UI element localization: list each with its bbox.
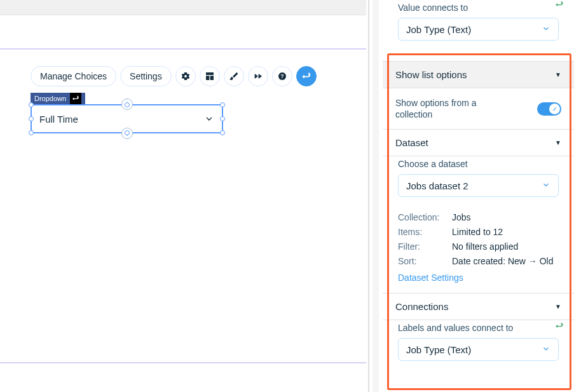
chevron-down-icon [204,114,214,124]
resize-handle-ml[interactable] [29,116,34,121]
collection-key: Collection: [398,212,452,222]
help-icon-button[interactable]: ? [272,66,292,86]
caret-down-icon: ▼ [555,71,561,78]
value-connects-value: Job Type (Text) [406,24,471,35]
value-connects-select[interactable]: Job Type (Text) [398,18,559,41]
items-value: Limited to 12 [452,227,559,237]
connections-header[interactable]: Connections ▼ [383,293,574,320]
resize-handle-bl[interactable] [29,130,34,135]
canvas-topbar [0,0,366,15]
gear-icon-button[interactable] [175,66,196,86]
field-connected-icon [555,321,564,332]
labels-values-connect-label: Labels and values connect to [398,323,559,333]
field-connected-icon [555,0,564,11]
paint-icon [229,71,239,81]
dataset-title: Dataset [395,137,428,148]
canvas-region: Manage Choices Settings ? Dropdown Ful [0,0,366,392]
choose-dataset-select[interactable]: Jobs dataset 2 [398,174,559,197]
labels-values-connect-value: Job Type (Text) [406,344,471,355]
resize-handle-mr[interactable] [220,116,225,121]
show-from-collection-row: Show options from a collection ✓ [383,88,574,129]
animation-icon-button[interactable] [248,66,268,86]
collection-value: Jobs [452,212,559,222]
motion-icon [253,71,263,81]
resize-handle-tr[interactable] [220,102,225,107]
chevron-down-icon [542,180,550,191]
element-tag-label: Dropdown [34,95,66,102]
gear-icon [181,71,191,81]
chevron-down-icon [542,24,550,35]
svg-text:?: ? [280,73,284,79]
choose-dataset-value: Jobs dataset 2 [406,180,468,191]
dataset-header[interactable]: Dataset ▼ [383,129,574,156]
settings-button[interactable]: Settings [120,66,172,86]
filter-value: No filters applied [452,241,559,252]
items-key: Items: [398,227,452,237]
properties-panel: Value connects to Job Type (Text) Show l… [383,0,574,392]
filter-key: Filter: [398,241,452,252]
caret-down-icon: ▼ [555,139,561,146]
show-from-collection-label: Show options from a collection [395,97,497,120]
show-list-options-header[interactable]: Show list options ▼ [383,61,574,88]
connections-title: Connections [395,301,448,312]
manage-choices-button[interactable]: Manage Choices [31,66,116,86]
canvas-guide-bottom [0,362,366,363]
resize-handle-bm[interactable] [125,130,130,135]
data-binding-indicator-icon [70,93,81,104]
dataset-settings-link[interactable]: Dataset Settings [398,273,463,283]
labels-values-connect-select[interactable]: Job Type (Text) [398,338,559,361]
canvas-guide-top [0,48,366,50]
data-link-icon [301,71,311,81]
resize-handle-br[interactable] [220,130,225,135]
show-from-collection-toggle[interactable]: ✓ [537,102,561,116]
dropdown-element[interactable]: Dropdown Full Time [31,93,223,133]
layout-icon [205,71,215,81]
value-connects-label: Value connects to [398,3,559,13]
chevron-down-icon [542,344,550,355]
data-link-icon-button[interactable] [296,66,317,86]
layout-icon-button[interactable] [200,66,220,86]
help-icon: ? [277,71,287,81]
resize-handle-tl[interactable] [29,102,34,107]
design-icon-button[interactable] [224,66,244,86]
floating-toolbar: Manage Choices Settings ? [31,66,317,86]
sort-key: Sort: [398,256,452,266]
dataset-info: Collection: Jobs Items: Limited to 12 Fi… [383,206,574,287]
caret-down-icon: ▼ [555,303,561,310]
toggle-knob-check-icon: ✓ [549,104,560,114]
element-tag: Dropdown [31,93,85,104]
sort-value: Date created: New → Old [452,256,559,266]
dropdown-value: Full Time [39,114,204,125]
dropdown-box[interactable]: Full Time [31,104,223,133]
show-list-options-title: Show list options [395,69,467,80]
resize-handle-tm[interactable] [125,102,130,107]
choose-dataset-label: Choose a dataset [398,159,559,169]
panel-separator[interactable] [366,0,383,392]
